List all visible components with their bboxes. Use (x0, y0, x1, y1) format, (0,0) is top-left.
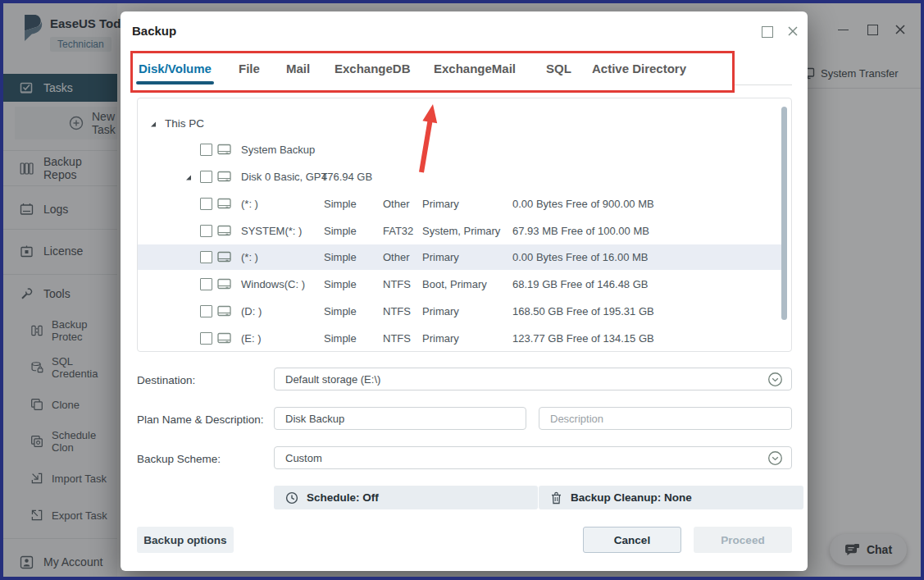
partition-free-space: 168.50 GB Free of 195.31 GB (512, 299, 654, 324)
partition-filesystem: Other (383, 191, 410, 217)
tree-node-label: System Backup (241, 137, 315, 162)
backup-cleanup-button[interactable]: Backup Cleanup: None (539, 486, 803, 509)
dialog-title: Backup (132, 24, 176, 38)
tree-expand-icon[interactable] (149, 120, 157, 128)
tree-row-system-backup[interactable]: System Backup (138, 137, 781, 162)
backup-cleanup-label: Backup Cleanup: None (571, 491, 692, 504)
cancel-label: Cancel (614, 534, 650, 546)
plan-name-label: Plan Name & Description: (137, 413, 264, 426)
tree-node-label: Disk 0 Basic, GPT (241, 164, 327, 190)
partition-name: Windows(C: ) (241, 272, 305, 297)
tab-mail[interactable]: Mail (286, 62, 310, 75)
partition-role: Primary (422, 191, 459, 217)
checkbox[interactable] (200, 278, 212, 290)
partition-layout: Simple (324, 244, 357, 270)
maximize-icon (762, 26, 773, 38)
plan-name-value: Disk Backup (285, 413, 344, 425)
plan-name-input[interactable]: Disk Backup (274, 407, 526, 430)
partition-free-space: 0.00 Bytes Free of 900.00 MB (512, 191, 654, 217)
tab-exchangemail[interactable]: ExchangeMail (434, 62, 516, 75)
partition-name: SYSTEM(*: ) (241, 218, 302, 244)
tab-active-directory[interactable]: Active Directory (592, 62, 686, 75)
partition-name: (D: ) (241, 299, 262, 324)
partition-row[interactable]: (E: ) Simple NTFS Primary 123.77 GB Free… (138, 326, 781, 351)
checkbox[interactable] (200, 198, 212, 210)
partition-row[interactable]: (*: ) Simple Other Primary 0.00 Bytes Fr… (138, 191, 781, 217)
active-tab-underline (136, 81, 214, 84)
checkbox[interactable] (200, 305, 212, 317)
volume-icon (217, 251, 231, 263)
dialog-close-button[interactable] (785, 23, 801, 39)
partition-role: Primary (422, 299, 459, 324)
tab-sql[interactable]: SQL (546, 62, 571, 75)
tree-expand-icon[interactable] (184, 173, 193, 181)
backup-options-label: Backup options (143, 534, 226, 546)
partition-name: (*: ) (241, 191, 258, 217)
backup-options-button[interactable]: Backup options (137, 527, 234, 553)
schedule-label: Schedule: Off (307, 491, 379, 504)
volume-icon (217, 278, 231, 290)
partition-free-space: 123.77 GB Free of 134.15 GB (512, 326, 654, 351)
destination-select[interactable]: Default storage (E:\) (274, 368, 792, 390)
partition-layout: Simple (324, 299, 357, 324)
tab-disk-volume[interactable]: Disk/Volume (139, 62, 212, 75)
partition-row[interactable]: Windows(C: ) Simple NTFS Boot, Primary 6… (138, 272, 781, 297)
destination-label: Destination: (137, 374, 195, 386)
backup-dialog: Backup Disk/Volume File Mail ExchangeDB … (121, 11, 808, 571)
partition-row-selected[interactable]: (*: ) Simple Other Primary 0.00 Bytes Fr… (138, 244, 781, 270)
clock-icon (285, 491, 298, 505)
volume-icon (217, 332, 231, 344)
disk-size: 476.94 GB (321, 164, 372, 190)
partition-layout: Simple (324, 326, 357, 351)
tree-row-this-pc[interactable]: This PC (138, 111, 781, 136)
partition-name: (*: ) (241, 244, 258, 270)
checkbox[interactable] (200, 144, 212, 156)
cancel-button[interactable]: Cancel (583, 527, 681, 553)
tree-scrollbar[interactable] (781, 107, 787, 320)
volume-icon (217, 225, 231, 236)
app-window: EaseUS Todo Technician Tasks New Task Ba… (0, 0, 924, 580)
chevron-down-icon (767, 450, 783, 466)
partition-role: Primary (422, 326, 459, 351)
partition-filesystem: NTFS (383, 299, 411, 324)
partition-layout: Simple (324, 218, 357, 244)
checkbox[interactable] (200, 332, 212, 345)
partition-filesystem: FAT32 (383, 218, 413, 244)
partition-layout: Simple (324, 191, 357, 217)
partition-row[interactable]: SYSTEM(*: ) Simple FAT32 System, Primary… (138, 218, 781, 244)
proceed-label: Proceed (721, 534, 764, 546)
cleanup-trash-icon (550, 491, 562, 505)
close-icon (785, 23, 801, 39)
volume-icon (217, 144, 231, 155)
red-annotation-arrow (409, 102, 450, 177)
checkbox[interactable] (200, 225, 212, 237)
destination-value: Default storage (E:\) (285, 373, 380, 386)
proceed-button[interactable]: Proceed (694, 527, 792, 553)
description-input[interactable]: Description (539, 407, 792, 430)
checkbox[interactable] (200, 251, 212, 263)
backup-scheme-label: Backup Scheme: (137, 453, 221, 465)
partition-layout: Simple (324, 272, 357, 297)
partition-filesystem: Other (383, 244, 410, 270)
volume-icon (217, 305, 231, 317)
chevron-down-icon (767, 372, 783, 387)
dialog-maximize-button[interactable] (759, 23, 776, 39)
checkbox[interactable] (200, 171, 212, 183)
disk-icon (217, 171, 231, 182)
tab-file[interactable]: File (239, 62, 260, 75)
partition-role: System, Primary (422, 218, 500, 244)
tree-node-label: This PC (165, 111, 204, 136)
partition-filesystem: NTFS (383, 272, 411, 297)
volume-icon (217, 198, 231, 209)
schedule-button[interactable]: Schedule: Off (274, 486, 538, 509)
backup-scheme-select[interactable]: Custom (274, 446, 792, 469)
tree-row-disk0[interactable]: Disk 0 Basic, GPT 476.94 GB (138, 164, 781, 190)
tab-exchangedb[interactable]: ExchangeDB (335, 62, 411, 75)
partition-row[interactable]: (D: ) Simple NTFS Primary 168.50 GB Free… (138, 299, 781, 324)
disk-tree-panel: This PC System Backup Disk 0 Basic, GPT … (137, 98, 792, 352)
partition-role: Boot, Primary (422, 272, 487, 297)
description-placeholder: Description (550, 413, 603, 425)
partition-role: Primary (422, 244, 459, 270)
partition-free-space: 0.00 Bytes Free of 16.00 MB (512, 244, 648, 270)
partition-free-space: 68.19 GB Free of 146.48 GB (512, 272, 649, 297)
